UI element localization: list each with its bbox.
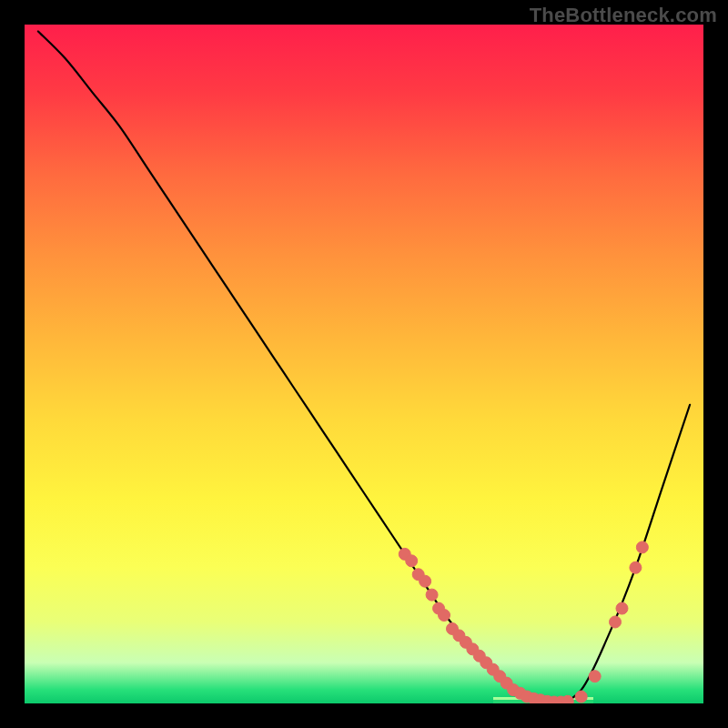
curve-marker-dot — [406, 555, 418, 567]
watermark-label: TheBottleneck.com — [530, 4, 717, 27]
curve-marker-group — [399, 541, 648, 703]
bottleneck-curve — [38, 31, 690, 703]
curve-marker-dot — [420, 575, 431, 587]
curve-marker-dot — [575, 691, 587, 703]
curve-marker-dot — [616, 602, 628, 614]
curve-marker-dot — [589, 671, 601, 682]
curve-marker-dot — [630, 561, 642, 573]
chart-frame: TheBottleneck.com — [0, 0, 728, 728]
curve-marker-dot — [636, 541, 648, 553]
curve-marker-dot — [610, 616, 622, 628]
chart-overlay — [25, 25, 703, 703]
curve-marker-dot — [426, 589, 438, 601]
curve-marker-dot — [561, 695, 573, 703]
curve-marker-dot — [439, 610, 450, 622]
